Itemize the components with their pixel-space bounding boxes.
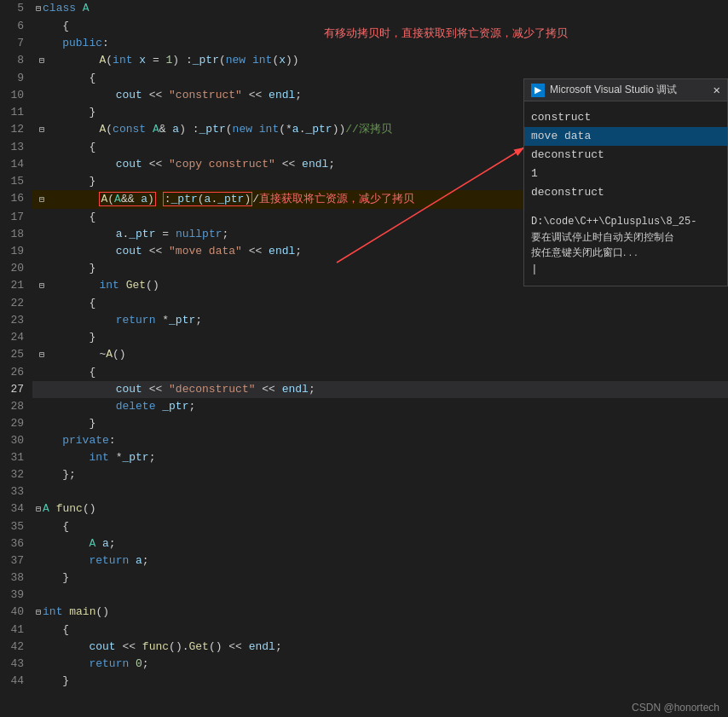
- line-number: 9: [0, 70, 32, 87]
- footer-credit: CSDN @honortech: [623, 698, 728, 717]
- line-number: 37: [0, 552, 32, 570]
- console-header: ▶ Microsoft Visual Studio 调试 ✕: [524, 79, 727, 101]
- line-number: 39: [0, 587, 32, 604]
- table-row: 36 A a;: [0, 535, 728, 552]
- line-content: };: [32, 466, 728, 483]
- console-output-deconstruct2: deconstruct: [531, 183, 720, 202]
- console-cursor: |: [531, 260, 720, 279]
- line-content: [32, 587, 728, 604]
- line-number: 27: [0, 381, 32, 398]
- line-content: }: [32, 329, 728, 346]
- line-content: A a;: [32, 535, 728, 552]
- table-row: 5 ⊟class A: [0, 0, 728, 18]
- table-row: 34 ⊟A func(): [0, 500, 728, 518]
- line-content: int *_ptr;: [32, 449, 728, 466]
- line-number: 16: [0, 190, 32, 209]
- line-number: 36: [0, 535, 32, 552]
- line-content: ⊟A func(): [32, 500, 728, 518]
- console-output-construct: construct: [531, 108, 720, 127]
- line-number: 12: [0, 121, 32, 139]
- table-row: 22 {: [0, 295, 728, 312]
- table-row: 31 int *_ptr;: [0, 449, 728, 466]
- line-content: }: [32, 415, 728, 432]
- line-content: [32, 483, 728, 500]
- line-number: 5: [0, 0, 32, 18]
- line-number: 23: [0, 312, 32, 329]
- line-number: 7: [0, 35, 32, 52]
- line-number: 32: [0, 466, 32, 483]
- table-row: 38 }: [0, 570, 728, 587]
- line-content: {: [32, 518, 728, 535]
- editor-container: 5 ⊟class A 6 { 7 public: 8 ⊟ A(int: [0, 0, 728, 717]
- line-number: 35: [0, 518, 32, 535]
- line-number: 44: [0, 673, 32, 690]
- line-content: ⊟ A(int x = 1) :_ptr(new int(x)): [32, 52, 728, 70]
- line-number: 15: [0, 173, 32, 190]
- table-row: 26 {: [0, 364, 728, 381]
- table-row: 43 return 0;: [0, 656, 728, 673]
- table-row: 27 cout << "deconstruct" << endl;: [0, 381, 728, 398]
- console-title: ▶ Microsoft Visual Studio 调试: [531, 83, 677, 97]
- line-number: 42: [0, 639, 32, 656]
- line-content: ⊟int main(): [32, 604, 728, 622]
- table-row: 32 };: [0, 466, 728, 483]
- table-row: 39: [0, 587, 728, 604]
- table-row: 44 }: [0, 673, 728, 690]
- line-number: 24: [0, 329, 32, 346]
- line-number: 14: [0, 156, 32, 173]
- close-button[interactable]: ✕: [714, 83, 720, 97]
- table-row: 40 ⊟int main(): [0, 604, 728, 622]
- line-number: 40: [0, 604, 32, 622]
- line-number: 10: [0, 87, 32, 104]
- line-number: 6: [0, 18, 32, 35]
- line-number: 31: [0, 449, 32, 466]
- console-panel: ▶ Microsoft Visual Studio 调试 ✕ construct…: [523, 78, 728, 286]
- console-note2: 按任意键关闭此窗口. . .: [531, 245, 720, 260]
- table-row: 28 delete _ptr;: [0, 398, 728, 415]
- console-path: D:\code\C++\Cplusplus\8_25-: [531, 214, 720, 229]
- line-content: return *_ptr;: [32, 312, 728, 329]
- table-row: 37 return a;: [0, 552, 728, 570]
- line-content: {: [32, 622, 728, 639]
- table-row: 33: [0, 483, 728, 500]
- line-number: 18: [0, 226, 32, 243]
- line-number: 11: [0, 104, 32, 121]
- table-row: 23 return *_ptr;: [0, 312, 728, 329]
- console-output-1: 1: [531, 165, 720, 183]
- table-row: 25 ⊟ ~A(): [0, 346, 728, 364]
- line-content: delete _ptr;: [32, 398, 728, 415]
- line-content: return 0;: [32, 656, 728, 673]
- line-content: {: [32, 364, 728, 381]
- line-number: 41: [0, 622, 32, 639]
- console-output-movedata: move data: [524, 127, 727, 146]
- line-content: cout << func().Get() << endl;: [32, 639, 728, 656]
- line-content: }: [32, 673, 728, 690]
- line-number: 43: [0, 656, 32, 673]
- console-note1: 要在调试停止时自动关闭控制台: [531, 229, 720, 245]
- table-row: 41 {: [0, 622, 728, 639]
- line-number: 13: [0, 139, 32, 156]
- line-number: 33: [0, 483, 32, 500]
- console-title-text: Microsoft Visual Studio 调试: [550, 83, 677, 97]
- line-number: 28: [0, 398, 32, 415]
- line-number: 17: [0, 209, 32, 226]
- top-annotation: 有移动拷贝时，直接获取到将亡资源，减少了拷贝: [324, 26, 568, 41]
- line-content: cout << "deconstruct" << endl;: [32, 381, 728, 398]
- table-row: 8 ⊟ A(int x = 1) :_ptr(new int(x)): [0, 52, 728, 70]
- console-output-deconstruct1: deconstruct: [531, 146, 720, 165]
- line-number: 29: [0, 415, 32, 432]
- line-number: 26: [0, 364, 32, 381]
- line-content: return a;: [32, 552, 728, 570]
- line-content: }: [32, 570, 728, 587]
- table-row: 35 {: [0, 518, 728, 535]
- table-row: 24 }: [0, 329, 728, 346]
- line-number: 8: [0, 52, 32, 70]
- line-number: 25: [0, 346, 32, 364]
- line-number: 21: [0, 277, 32, 295]
- line-content: ⊟class A: [32, 0, 728, 18]
- line-number: 22: [0, 295, 32, 312]
- table-row: 30 private:: [0, 432, 728, 449]
- line-number: 20: [0, 260, 32, 277]
- line-number: 38: [0, 570, 32, 587]
- console-body: construct move data deconstruct 1 decons…: [524, 101, 727, 286]
